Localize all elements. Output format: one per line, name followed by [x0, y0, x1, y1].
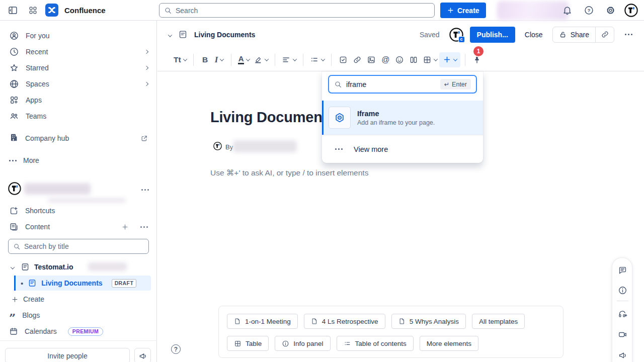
- add-content-icon[interactable]: [121, 223, 129, 231]
- insert-elements-menu: ↵ Enter 2 Iframe Add an iframe to your p…: [322, 71, 483, 163]
- all-templates-button[interactable]: All templates: [472, 314, 525, 329]
- comments-button[interactable]: [612, 262, 633, 278]
- insert-link-button[interactable]: [350, 52, 364, 67]
- app-name: Confluence: [64, 6, 106, 15]
- sidebar-item-apps[interactable]: Apps: [4, 93, 153, 108]
- sidebar-item-blogs[interactable]: ” Blogs: [4, 308, 153, 323]
- insert-table-button[interactable]: Table: [227, 336, 269, 351]
- megaphone-icon: [618, 350, 627, 360]
- text-color-button[interactable]: A: [236, 52, 252, 67]
- copy-link-button[interactable]: [596, 27, 614, 42]
- publish-button[interactable]: Publish...: [470, 27, 515, 43]
- template-label: 4 Ls Retrospective: [322, 318, 378, 325]
- insert-toc-button[interactable]: Table of contents: [337, 336, 414, 351]
- italic-button[interactable]: I: [212, 52, 226, 67]
- template-button-1on1[interactable]: 1-on-1 Meeting: [227, 314, 298, 329]
- sidebar-item-recent[interactable]: Recent: [4, 44, 153, 59]
- help-button[interactable]: ?: [581, 3, 596, 18]
- text-styles-label: Tt: [174, 55, 181, 64]
- notifications-button[interactable]: [559, 3, 575, 18]
- page-icon: [21, 262, 30, 272]
- layouts-button[interactable]: [407, 52, 421, 67]
- mention-button[interactable]: @: [378, 52, 392, 67]
- confluence-logo-icon[interactable]: [45, 4, 58, 17]
- collapse-sidebar-button[interactable]: [5, 3, 20, 18]
- profile-avatar[interactable]: [624, 4, 638, 17]
- app-switcher-icon: [28, 6, 38, 15]
- sidebar-item-for-you[interactable]: For you: [4, 28, 153, 43]
- feedback-button[interactable]: [134, 348, 151, 362]
- byline-prefix: By: [225, 143, 233, 151]
- sidebar-item-content[interactable]: Content: [4, 219, 153, 234]
- globe-icon: [9, 79, 19, 89]
- document-title[interactable]: Living Documents: [210, 109, 335, 126]
- more-elements-button[interactable]: More elements: [420, 336, 478, 351]
- sidebar-item-company-hub[interactable]: Company hub: [4, 131, 153, 146]
- highlight-button[interactable]: [252, 52, 270, 67]
- global-search[interactable]: [159, 3, 435, 18]
- editor-help-button[interactable]: ?: [171, 344, 181, 354]
- chevron-down-icon[interactable]: [169, 30, 172, 39]
- details-button[interactable]: [612, 282, 633, 298]
- iframe-macro-icon: [329, 107, 351, 129]
- page-icon: [311, 318, 318, 325]
- editing-avatar[interactable]: c: [449, 28, 463, 42]
- sidebar-item-more[interactable]: More: [4, 153, 153, 168]
- app-switcher-button[interactable]: [25, 3, 40, 18]
- insert-elements-button[interactable]: [439, 52, 460, 67]
- sidebar-divider: [0, 340, 157, 341]
- share-button[interactable]: Share: [553, 27, 595, 42]
- template-label: 5 Whys Analysis: [410, 318, 459, 325]
- insert-image-button[interactable]: [364, 52, 378, 67]
- svg-text:?: ?: [587, 8, 590, 13]
- close-button[interactable]: Close: [522, 31, 546, 39]
- content-search[interactable]: [8, 239, 149, 254]
- info-icon: [282, 340, 289, 347]
- lists-button[interactable]: [308, 52, 327, 67]
- insert-info-panel-button[interactable]: Info panel: [275, 336, 330, 351]
- alignment-button[interactable]: [280, 52, 298, 67]
- sidebar-item-shortcuts[interactable]: Shortcuts: [4, 203, 153, 218]
- space-more-icon[interactable]: [141, 189, 149, 191]
- template-label: 1-on-1 Meeting: [245, 318, 291, 325]
- sidebar-item-label: Spaces: [26, 80, 138, 88]
- redacted-space-subtitle: [48, 198, 126, 203]
- plus-icon: [447, 7, 454, 14]
- emoji-button[interactable]: [392, 52, 407, 67]
- mention-at-icon: @: [381, 55, 389, 64]
- announcements-button[interactable]: [612, 347, 633, 362]
- sidebar-item-teams[interactable]: Teams: [4, 109, 153, 124]
- table-button[interactable]: [421, 52, 439, 67]
- content-search-input[interactable]: [24, 242, 144, 250]
- text-styles-button[interactable]: Tt: [172, 52, 189, 67]
- settings-button[interactable]: [603, 3, 618, 18]
- template-button-4ls[interactable]: 4 Ls Retrospective: [304, 314, 385, 329]
- page-icon-blue: [28, 279, 37, 288]
- tree-create-button[interactable]: Create: [11, 293, 44, 306]
- sidebar-item-starred[interactable]: Starred: [4, 60, 153, 75]
- create-button[interactable]: Create: [440, 3, 486, 18]
- insert-result-iframe[interactable]: Iframe Add an iframe to your page.: [322, 101, 483, 135]
- sidebar-item-spaces[interactable]: Spaces: [4, 76, 153, 92]
- bold-button[interactable]: B: [198, 52, 212, 67]
- tree-item-parent-page[interactable]: Testomat.io: [11, 260, 73, 274]
- task-list-button[interactable]: [336, 52, 350, 67]
- template-button-5whys[interactable]: 5 Whys Analysis: [391, 314, 466, 329]
- tree-item-current-page[interactable]: • Living Documents DRAFT: [14, 276, 151, 291]
- clock-icon: [9, 47, 19, 57]
- columns-icon: [409, 55, 418, 64]
- invite-people-button[interactable]: Invite people: [5, 348, 130, 362]
- insert-search[interactable]: ↵ Enter: [328, 75, 477, 94]
- view-more-button[interactable]: View more: [322, 135, 483, 163]
- editor-placeholder[interactable]: Use ⌘+' to ask AI, or type / to insert e…: [210, 168, 368, 177]
- page-more-button[interactable]: [621, 27, 636, 42]
- support-button[interactable]: [612, 306, 633, 322]
- insert-search-input[interactable]: [346, 80, 386, 88]
- content-more-icon[interactable]: [140, 226, 148, 228]
- chevron-right-icon: [145, 50, 148, 53]
- video-button[interactable]: [612, 326, 633, 342]
- add-shortcut-icon: [9, 206, 19, 216]
- global-search-input[interactable]: [176, 7, 430, 15]
- chevron-down-icon[interactable]: [11, 263, 14, 271]
- sidebar-item-calendars[interactable]: Calendars PREMIUM: [4, 324, 153, 339]
